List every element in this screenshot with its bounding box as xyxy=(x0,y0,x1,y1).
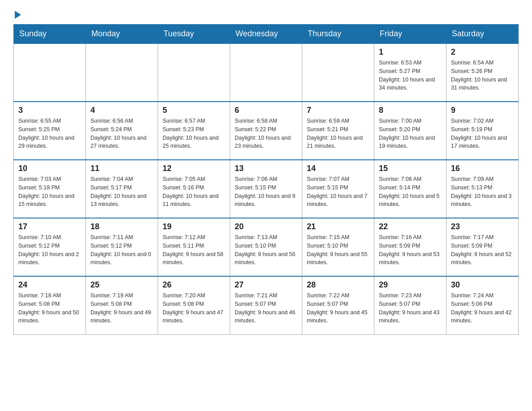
day-cell: 4Sunrise: 6:56 AMSunset: 5:24 PMDaylight… xyxy=(86,102,158,160)
day-cell: 3Sunrise: 6:55 AMSunset: 5:25 PMDaylight… xyxy=(14,102,86,160)
day-info: Sunrise: 7:21 AMSunset: 5:07 PMDaylight:… xyxy=(235,291,297,325)
day-number: 1 xyxy=(379,47,442,57)
day-number: 8 xyxy=(379,106,442,115)
day-info: Sunrise: 6:59 AMSunset: 5:21 PMDaylight:… xyxy=(307,117,369,150)
day-cell: 30Sunrise: 7:24 AMSunset: 5:06 PMDayligh… xyxy=(446,276,519,334)
logo-arrow-icon xyxy=(15,11,21,19)
day-cell: 11Sunrise: 7:04 AMSunset: 5:17 PMDayligh… xyxy=(86,160,158,218)
day-number: 3 xyxy=(18,106,81,115)
day-info: Sunrise: 7:00 AMSunset: 5:20 PMDaylight:… xyxy=(379,117,442,150)
day-cell: 28Sunrise: 7:22 AMSunset: 5:07 PMDayligh… xyxy=(302,276,374,334)
day-number: 7 xyxy=(307,106,369,115)
day-info: Sunrise: 7:02 AMSunset: 5:19 PMDaylight:… xyxy=(451,117,514,150)
day-number: 5 xyxy=(163,106,225,115)
day-cell xyxy=(158,43,230,102)
day-number: 2 xyxy=(451,47,514,57)
day-cell: 29Sunrise: 7:23 AMSunset: 5:07 PMDayligh… xyxy=(374,276,446,334)
day-number: 6 xyxy=(235,106,297,115)
day-info: Sunrise: 7:11 AMSunset: 5:12 PMDaylight:… xyxy=(90,233,153,267)
day-cell: 24Sunrise: 7:18 AMSunset: 5:08 PMDayligh… xyxy=(14,276,86,334)
day-number: 26 xyxy=(163,280,225,290)
day-number: 18 xyxy=(90,222,153,231)
day-info: Sunrise: 7:15 AMSunset: 5:10 PMDaylight:… xyxy=(307,233,369,267)
day-number: 28 xyxy=(307,280,369,290)
day-cell: 6Sunrise: 6:58 AMSunset: 5:22 PMDaylight… xyxy=(230,102,302,160)
day-number: 29 xyxy=(379,280,442,290)
day-info: Sunrise: 7:08 AMSunset: 5:14 PMDaylight:… xyxy=(379,175,442,209)
day-info: Sunrise: 7:07 AMSunset: 5:15 PMDaylight:… xyxy=(307,175,369,209)
day-cell: 10Sunrise: 7:03 AMSunset: 5:18 PMDayligh… xyxy=(14,160,86,218)
day-number: 16 xyxy=(451,164,514,173)
day-info: Sunrise: 7:04 AMSunset: 5:17 PMDaylight:… xyxy=(90,175,153,209)
day-cell: 26Sunrise: 7:20 AMSunset: 5:08 PMDayligh… xyxy=(158,276,230,334)
day-info: Sunrise: 6:57 AMSunset: 5:23 PMDaylight:… xyxy=(163,117,225,150)
day-number: 27 xyxy=(235,280,297,290)
day-number: 15 xyxy=(379,164,442,173)
calendar-table: SundayMondayTuesdayWednesdayThursdayFrid… xyxy=(13,24,519,335)
weekday-header-monday: Monday xyxy=(86,25,158,44)
day-number: 23 xyxy=(451,222,514,231)
day-cell: 5Sunrise: 6:57 AMSunset: 5:23 PMDaylight… xyxy=(158,102,230,160)
day-cell: 27Sunrise: 7:21 AMSunset: 5:07 PMDayligh… xyxy=(230,276,302,334)
weekday-header-thursday: Thursday xyxy=(302,25,374,44)
day-cell: 1Sunrise: 6:53 AMSunset: 5:27 PMDaylight… xyxy=(374,43,446,102)
day-cell: 15Sunrise: 7:08 AMSunset: 5:14 PMDayligh… xyxy=(374,160,446,218)
day-cell: 2Sunrise: 6:54 AMSunset: 5:26 PMDaylight… xyxy=(446,43,519,102)
day-info: Sunrise: 7:06 AMSunset: 5:15 PMDaylight:… xyxy=(235,175,297,209)
day-cell: 23Sunrise: 7:17 AMSunset: 5:09 PMDayligh… xyxy=(446,218,519,276)
day-number: 25 xyxy=(90,280,153,290)
day-info: Sunrise: 7:13 AMSunset: 5:10 PMDaylight:… xyxy=(235,233,297,267)
page-header xyxy=(13,9,519,15)
day-cell: 20Sunrise: 7:13 AMSunset: 5:10 PMDayligh… xyxy=(230,218,302,276)
day-info: Sunrise: 7:24 AMSunset: 5:06 PMDaylight:… xyxy=(451,291,514,325)
day-info: Sunrise: 6:55 AMSunset: 5:25 PMDaylight:… xyxy=(18,117,81,150)
day-number: 21 xyxy=(307,222,369,231)
day-number: 14 xyxy=(307,164,369,173)
week-row-1: 1Sunrise: 6:53 AMSunset: 5:27 PMDaylight… xyxy=(14,43,519,102)
day-info: Sunrise: 7:17 AMSunset: 5:09 PMDaylight:… xyxy=(451,233,514,267)
weekday-header-row: SundayMondayTuesdayWednesdayThursdayFrid… xyxy=(14,25,519,44)
weekday-header-saturday: Saturday xyxy=(446,25,519,44)
day-cell: 25Sunrise: 7:19 AMSunset: 5:08 PMDayligh… xyxy=(86,276,158,334)
day-number: 13 xyxy=(235,164,297,173)
week-row-5: 24Sunrise: 7:18 AMSunset: 5:08 PMDayligh… xyxy=(14,276,519,334)
day-info: Sunrise: 7:03 AMSunset: 5:18 PMDaylight:… xyxy=(18,175,81,209)
day-cell xyxy=(230,43,302,102)
week-row-4: 17Sunrise: 7:10 AMSunset: 5:12 PMDayligh… xyxy=(14,218,519,276)
day-number: 24 xyxy=(18,280,81,290)
logo xyxy=(13,9,21,15)
day-cell xyxy=(302,43,374,102)
day-number: 9 xyxy=(451,106,514,115)
day-info: Sunrise: 6:54 AMSunset: 5:26 PMDaylight:… xyxy=(451,59,514,92)
day-number: 19 xyxy=(163,222,225,231)
day-cell: 14Sunrise: 7:07 AMSunset: 5:15 PMDayligh… xyxy=(302,160,374,218)
day-cell: 22Sunrise: 7:16 AMSunset: 5:09 PMDayligh… xyxy=(374,218,446,276)
week-row-3: 10Sunrise: 7:03 AMSunset: 5:18 PMDayligh… xyxy=(14,160,519,218)
day-info: Sunrise: 6:58 AMSunset: 5:22 PMDaylight:… xyxy=(235,117,297,150)
day-cell: 7Sunrise: 6:59 AMSunset: 5:21 PMDaylight… xyxy=(302,102,374,160)
day-number: 11 xyxy=(90,164,153,173)
day-number: 30 xyxy=(451,280,514,290)
day-cell: 8Sunrise: 7:00 AMSunset: 5:20 PMDaylight… xyxy=(374,102,446,160)
day-number: 17 xyxy=(18,222,81,231)
day-info: Sunrise: 7:12 AMSunset: 5:11 PMDaylight:… xyxy=(163,233,225,267)
day-info: Sunrise: 7:18 AMSunset: 5:08 PMDaylight:… xyxy=(18,291,81,325)
day-cell: 12Sunrise: 7:05 AMSunset: 5:16 PMDayligh… xyxy=(158,160,230,218)
day-info: Sunrise: 6:53 AMSunset: 5:27 PMDaylight:… xyxy=(379,59,442,92)
day-cell xyxy=(86,43,158,102)
day-info: Sunrise: 7:20 AMSunset: 5:08 PMDaylight:… xyxy=(163,291,225,325)
day-number: 10 xyxy=(18,164,81,173)
day-cell: 17Sunrise: 7:10 AMSunset: 5:12 PMDayligh… xyxy=(14,218,86,276)
weekday-header-sunday: Sunday xyxy=(14,25,86,44)
day-number: 22 xyxy=(379,222,442,231)
day-number: 20 xyxy=(235,222,297,231)
day-info: Sunrise: 7:22 AMSunset: 5:07 PMDaylight:… xyxy=(307,291,369,325)
day-info: Sunrise: 7:16 AMSunset: 5:09 PMDaylight:… xyxy=(379,233,442,267)
day-cell: 21Sunrise: 7:15 AMSunset: 5:10 PMDayligh… xyxy=(302,218,374,276)
day-number: 12 xyxy=(163,164,225,173)
day-info: Sunrise: 7:05 AMSunset: 5:16 PMDaylight:… xyxy=(163,175,225,209)
day-cell: 9Sunrise: 7:02 AMSunset: 5:19 PMDaylight… xyxy=(446,102,519,160)
day-cell: 19Sunrise: 7:12 AMSunset: 5:11 PMDayligh… xyxy=(158,218,230,276)
day-info: Sunrise: 7:10 AMSunset: 5:12 PMDaylight:… xyxy=(18,233,81,267)
weekday-header-friday: Friday xyxy=(374,25,446,44)
